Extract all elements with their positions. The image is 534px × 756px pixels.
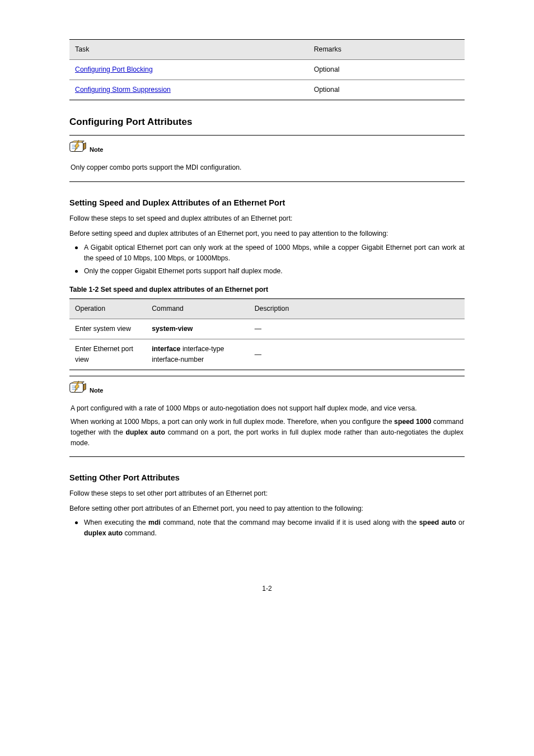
list-item: Only the copper Gigabit Ethernet ports s… (69, 266, 465, 277)
note-body: A port configured with a rate of 1000 Mb… (69, 399, 465, 456)
col-task: Task (69, 40, 311, 60)
cell-description: — (251, 339, 465, 370)
cell-operation: Enter system view (69, 319, 148, 339)
note-header: Note (69, 376, 465, 399)
table-row: Enter system view system-view — (69, 319, 465, 339)
col-operation: Operation (69, 299, 148, 319)
note-header: Note (69, 136, 465, 158)
note-icon (69, 381, 86, 395)
note-body: Only copper combo ports support the MDI … (69, 158, 465, 181)
note-text: A port configured with a rate of 1000 Mb… (71, 403, 463, 414)
table-caption: Table 1-2 Set speed and duplex attribute… (69, 284, 465, 295)
cell-link: Configuring Storm Suppression (69, 80, 311, 100)
page: Task Remarks Configuring Port Blocking O… (0, 0, 534, 628)
note-block-2: Note A port configured with a rate of 10… (69, 376, 465, 456)
cell-command: system-view (148, 319, 251, 339)
cell-remarks: Optional (311, 60, 465, 80)
divider (69, 181, 465, 182)
table-row: Configuring Storm Suppression Optional (69, 80, 465, 100)
bullet-list: A Gigabit optical Ethernet port can only… (69, 242, 465, 277)
paragraph: Follow these steps to set other port att… (69, 488, 465, 499)
page-number: 1-2 (69, 584, 465, 594)
table-row: Enter Ethernet port view interface inter… (69, 339, 465, 370)
col-remarks: Remarks (311, 40, 465, 60)
table-header-row: Operation Command Description (69, 299, 465, 319)
note-label: Note (90, 145, 103, 155)
note-icon (69, 140, 86, 155)
cell-command: interface interface-type interface-numbe… (148, 339, 251, 370)
col-command: Command (148, 299, 251, 319)
col-description: Description (251, 299, 465, 319)
link-configuring-port-blocking[interactable]: Configuring Port Blocking (75, 66, 153, 73)
cell-remarks: Optional (311, 80, 465, 100)
subheading-speed-duplex: Setting Speed and Duplex Attributes of a… (69, 197, 465, 209)
table-row: Configuring Port Blocking Optional (69, 60, 465, 80)
note-text: Only copper combo ports support the MDI … (71, 162, 463, 173)
cell-link: Configuring Port Blocking (69, 60, 311, 80)
note-block-1: Note Only copper combo ports support the… (69, 135, 465, 181)
heading-configuring-port-attributes: Configuring Port Attributes (69, 115, 465, 129)
table-task-remarks: Task Remarks Configuring Port Blocking O… (69, 39, 465, 100)
link-configuring-storm-suppression[interactable]: Configuring Storm Suppression (75, 86, 171, 94)
note-text: When working at 1000 Mbps, a port can on… (71, 417, 463, 449)
divider (69, 456, 465, 457)
note-label: Note (90, 386, 103, 395)
paragraph: Follow these steps to set speed and dupl… (69, 213, 465, 224)
cell-operation: Enter Ethernet port view (69, 339, 148, 370)
table-header-row: Task Remarks (69, 40, 465, 60)
list-item: When executing the mdi command, note tha… (69, 517, 465, 539)
subheading-other-port-attributes: Setting Other Port Attributes (69, 472, 465, 484)
table-operation-command: Operation Command Description Enter syst… (69, 298, 465, 370)
paragraph: Before setting other port attributes of … (69, 503, 465, 514)
list-item: A Gigabit optical Ethernet port can only… (69, 242, 465, 264)
paragraph: Before setting speed and duplex attribut… (69, 228, 465, 239)
cell-description: — (251, 319, 465, 339)
bullet-list: When executing the mdi command, note tha… (69, 517, 465, 539)
